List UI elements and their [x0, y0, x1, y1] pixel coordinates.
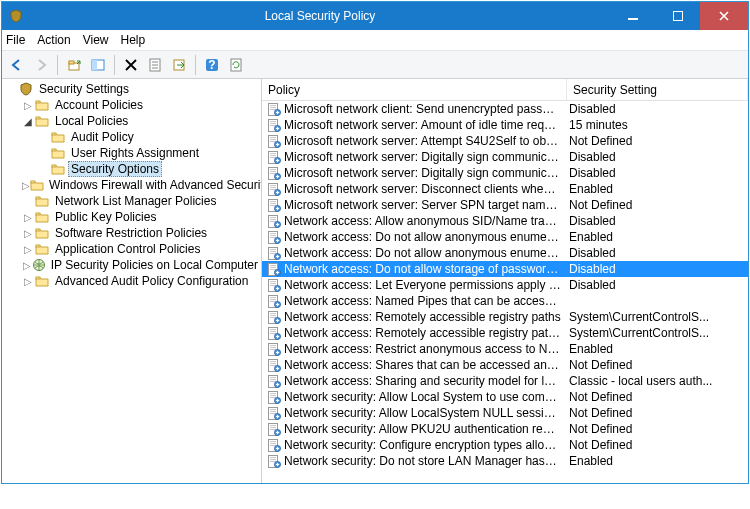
column-header-setting[interactable]: Security Setting — [567, 79, 748, 100]
policy-row[interactable]: Microsoft network server: Amount of idle… — [262, 117, 748, 133]
tree-pane[interactable]: Security Settings▷Account Policies◢Local… — [2, 79, 262, 483]
tree-item[interactable]: ▷Account Policies — [2, 97, 261, 113]
svg-rect-17 — [52, 149, 56, 151]
expand-icon[interactable]: ▷ — [22, 228, 34, 239]
expand-icon[interactable]: ▷ — [22, 212, 34, 223]
svg-rect-158 — [276, 400, 279, 401]
tree-item[interactable]: ▷Windows Firewall with Advanced Security — [2, 177, 261, 193]
properties-button[interactable] — [144, 54, 166, 76]
tree-item[interactable]: Security Options — [2, 161, 261, 177]
policy-icon — [266, 118, 282, 132]
tree-item[interactable]: Security Settings — [2, 81, 261, 97]
svg-rect-85 — [270, 237, 276, 238]
menu-view[interactable]: View — [83, 33, 109, 47]
policy-name: Network access: Let Everyone permissions… — [284, 278, 565, 292]
help-button[interactable]: ? — [201, 54, 223, 76]
folder-icon — [30, 178, 44, 192]
policy-row[interactable]: Network security: Allow PKU2U authentica… — [262, 421, 748, 437]
body: Security Settings▷Account Policies◢Local… — [2, 79, 748, 483]
tree-item[interactable]: ▷IP Security Policies on Local Computer — [2, 257, 261, 273]
close-button[interactable] — [700, 2, 748, 30]
titlebar[interactable]: Local Security Policy — [2, 2, 748, 30]
policy-row[interactable]: Microsoft network server: Digitally sign… — [262, 149, 748, 165]
policy-row[interactable]: Network access: Let Everyone permissions… — [262, 277, 748, 293]
svg-rect-153 — [270, 393, 276, 394]
svg-rect-169 — [270, 429, 276, 430]
expand-icon[interactable]: ▷ — [22, 180, 30, 191]
policy-row[interactable]: Network access: Sharing and security mod… — [262, 373, 748, 389]
tree-item[interactable]: ▷Public Key Policies — [2, 209, 261, 225]
svg-rect-151 — [276, 384, 279, 385]
toolbar-separator — [114, 55, 115, 75]
menu-help[interactable]: Help — [121, 33, 146, 47]
tree-item[interactable]: ▷Advanced Audit Policy Configuration — [2, 273, 261, 289]
policy-row[interactable]: Microsoft network server: Server SPN tar… — [262, 197, 748, 213]
svg-rect-172 — [276, 432, 279, 433]
tree-item[interactable]: ▷Software Restriction Policies — [2, 225, 261, 241]
policy-row[interactable]: Network security: Do not store LAN Manag… — [262, 453, 748, 469]
policy-value: Enabled — [565, 342, 748, 356]
tree-item[interactable]: User Rights Assignment — [2, 145, 261, 161]
policy-row[interactable]: Network access: Shares that can be acces… — [262, 357, 748, 373]
svg-rect-174 — [270, 441, 276, 442]
refresh-button[interactable] — [225, 54, 247, 76]
policy-row[interactable]: Network security: Allow LocalSystem NULL… — [262, 405, 748, 421]
policy-row[interactable]: Network access: Remotely accessible regi… — [262, 309, 748, 325]
svg-rect-57 — [270, 173, 276, 174]
back-button[interactable] — [6, 54, 28, 76]
policy-row[interactable]: Microsoft network client: Send unencrypt… — [262, 101, 748, 117]
collapse-icon[interactable]: ◢ — [22, 116, 34, 127]
up-button[interactable] — [63, 54, 85, 76]
svg-rect-29 — [270, 109, 276, 110]
svg-rect-104 — [270, 281, 276, 282]
tree-item-label: Windows Firewall with Advanced Security — [46, 177, 262, 193]
expand-icon[interactable]: ▷ — [22, 260, 32, 271]
policy-row[interactable]: Network access: Do not allow storage of … — [262, 261, 748, 277]
policy-row[interactable]: Network access: Allow anonymous SID/Name… — [262, 213, 748, 229]
policy-value: Disabled — [565, 262, 748, 276]
minimize-button[interactable] — [610, 2, 655, 30]
policy-row[interactable]: Microsoft network server: Disconnect cli… — [262, 181, 748, 197]
policy-row[interactable]: Network security: Allow Local System to … — [262, 389, 748, 405]
maximize-button[interactable] — [655, 2, 700, 30]
menu-action[interactable]: Action — [37, 33, 70, 47]
policy-row[interactable]: Network access: Restrict anonymous acces… — [262, 341, 748, 357]
forward-button[interactable] — [30, 54, 52, 76]
policy-row[interactable]: Microsoft network server: Digitally sign… — [262, 165, 748, 181]
expand-icon[interactable]: ▷ — [22, 244, 34, 255]
tree-item[interactable]: Network List Manager Policies — [2, 193, 261, 209]
policy-row[interactable]: Network access: Do not allow anonymous e… — [262, 229, 748, 245]
svg-rect-53 — [276, 160, 279, 161]
list-body[interactable]: Microsoft network client: Send unencrypt… — [262, 101, 748, 483]
svg-rect-19 — [31, 181, 35, 183]
delete-button[interactable] — [120, 54, 142, 76]
tree-item[interactable]: ▷Application Control Policies — [2, 241, 261, 257]
export-button[interactable] — [168, 54, 190, 76]
column-header-policy[interactable]: Policy — [262, 79, 567, 100]
policy-name: Network access: Do not allow anonymous e… — [284, 230, 565, 244]
expand-icon[interactable]: ▷ — [22, 276, 34, 287]
svg-rect-50 — [270, 157, 276, 158]
svg-rect-21 — [36, 213, 40, 215]
svg-rect-90 — [270, 249, 276, 250]
policy-row[interactable]: Network access: Named Pipes that can be … — [262, 293, 748, 309]
policy-row[interactable]: Network access: Do not allow anonymous e… — [262, 245, 748, 261]
expand-icon[interactable]: ▷ — [22, 100, 34, 111]
policy-icon — [266, 230, 282, 244]
menu-file[interactable]: File — [6, 33, 25, 47]
policy-name: Network security: Allow PKU2U authentica… — [284, 422, 565, 436]
svg-rect-120 — [270, 317, 276, 318]
policy-row[interactable]: Network security: Configure encryption t… — [262, 437, 748, 453]
tree-item[interactable]: ◢Local Policies — [2, 113, 261, 129]
svg-rect-71 — [270, 205, 276, 206]
tree-item[interactable]: Audit Policy — [2, 129, 261, 145]
svg-rect-132 — [270, 345, 276, 346]
policy-row[interactable]: Microsoft network server: Attempt S4U2Se… — [262, 133, 748, 149]
svg-rect-34 — [270, 121, 276, 122]
show-hide-tree-button[interactable] — [87, 54, 109, 76]
list-pane: Policy Security Setting Microsoft networ… — [262, 79, 748, 483]
svg-rect-137 — [276, 352, 279, 353]
tree-item-label: Advanced Audit Policy Configuration — [52, 273, 251, 289]
policy-icon — [266, 214, 282, 228]
policy-row[interactable]: Network access: Remotely accessible regi… — [262, 325, 748, 341]
